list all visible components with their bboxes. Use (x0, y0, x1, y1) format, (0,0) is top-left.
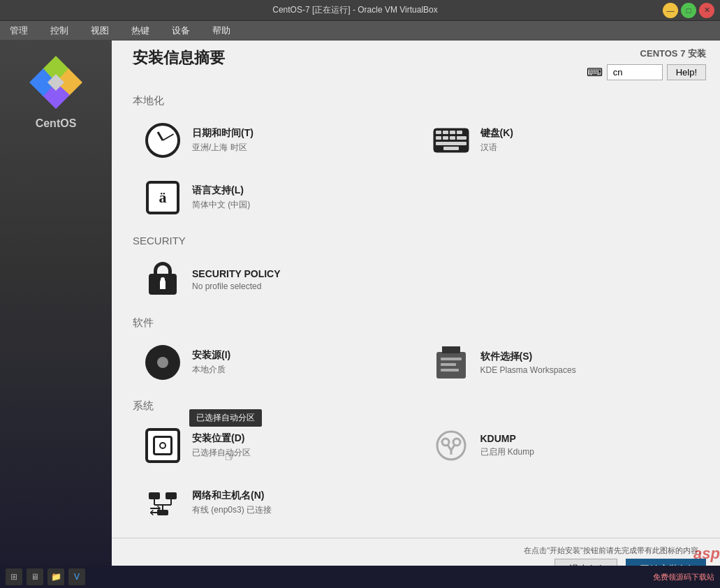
keyboard-item[interactable]: 键盘(K) 汉语 (421, 113, 707, 168)
software-select-title: 软件选择(S) (480, 351, 576, 363)
language-subtitle: 简体中文 (中国) (192, 199, 250, 211)
network-item[interactable]: ⇄ 网络和主机名(N) 有线 (enp0s3) 已连接 (133, 476, 418, 530)
menu-item-device[interactable]: 设备 (168, 23, 194, 38)
title-bar-text: CentOS-7 [正在运行] - Oracle VM VirtualBox (47, 4, 663, 16)
keyboard-icon (432, 121, 471, 160)
lock-icon (143, 260, 182, 299)
network-title: 网络和主机名(N) (192, 490, 272, 502)
security-policy-item[interactable]: SECURITY POLICY No profile selected (133, 252, 706, 307)
close-button[interactable]: ✕ (699, 3, 714, 18)
install-location-title: 安装位置(D) (192, 432, 251, 445)
minimize-button[interactable]: — (663, 3, 678, 18)
section-security: SECURITY (133, 235, 706, 247)
section-software: 软件 (133, 316, 706, 330)
svg-rect-9 (457, 131, 462, 134)
tooltip-popup: 已选择自动分区 (189, 409, 262, 427)
svg-text:⇄: ⇄ (149, 502, 161, 517)
system-grid: 已选择自动分区 安装位置(D) 已选择自动分区 ☞ (133, 418, 706, 530)
svg-rect-27 (149, 492, 160, 499)
svg-rect-12 (450, 136, 455, 140)
svg-rect-11 (443, 136, 448, 140)
svg-rect-8 (450, 131, 455, 134)
svg-rect-13 (457, 136, 466, 140)
svg-point-24 (453, 439, 460, 446)
svg-rect-7 (443, 131, 448, 134)
svg-rect-6 (436, 131, 441, 134)
keyboard-subtitle: 汉语 (480, 142, 513, 154)
install-source-title: 安装源(I) (192, 349, 230, 362)
help-button[interactable]: Help! (667, 64, 706, 80)
svg-rect-15 (443, 147, 459, 150)
install-location-item[interactable]: 已选择自动分区 安装位置(D) 已选择自动分区 ☞ (133, 418, 418, 473)
svg-rect-20 (441, 369, 459, 372)
software-grid: 安装源(I) 本地介质 (133, 335, 706, 390)
content-scroll[interactable]: 本地化 日期和时间(T) 亚洲/上海 时区 (112, 84, 720, 538)
kdump-title: KDUMP (480, 433, 534, 444)
install-label: CENTOS 7 安装 (640, 47, 706, 60)
svg-marker-17 (442, 346, 460, 353)
install-source-item[interactable]: 安装源(I) 本地介质 (133, 335, 418, 390)
svg-rect-10 (436, 136, 441, 140)
network-icon: ⇄ (143, 483, 182, 522)
svg-rect-14 (436, 142, 466, 145)
taskbar-app-3[interactable]: 📁 (47, 568, 64, 585)
menu-item-help[interactable]: 帮助 (208, 23, 235, 38)
lang-row: ⌨ Help! (587, 64, 706, 80)
datetime-item[interactable]: 日期和时间(T) 亚洲/上海 时区 (133, 113, 418, 168)
security-grid: SECURITY POLICY No profile selected (133, 252, 706, 307)
menu-item-control[interactable]: 控制 (46, 23, 73, 38)
sidebar: CentOS (0, 41, 112, 588)
menu-bar: 管理 控制 视图 热键 设备 帮助 (0, 21, 720, 41)
svg-rect-28 (166, 492, 177, 499)
maximize-button[interactable]: □ (681, 3, 696, 18)
language-title: 语言支持(L) (192, 184, 250, 197)
taskbar-app-4[interactable]: V (68, 568, 85, 585)
svg-point-21 (437, 432, 465, 460)
taskbar: ⊞ 🖥 📁 V 免费领源码下载站 (0, 566, 720, 588)
taskbar-app-2[interactable]: 🖥 (27, 568, 43, 585)
kdump-subtitle: 已启用 Kdump (480, 446, 534, 458)
page-title: 安装信息摘要 (133, 47, 225, 68)
section-localization: 本地化 (133, 94, 706, 108)
menu-item-manage[interactable]: 管理 (6, 23, 32, 38)
bottom-hint: 在点击"开始安装"按钮前请先完成带有此图标的内容。 (524, 545, 706, 556)
datetime-subtitle: 亚洲/上海 时区 (192, 142, 254, 154)
centos-sidebar-label: CentOS (36, 117, 77, 130)
software-select-subtitle: KDE Plasma Workspaces (480, 365, 576, 375)
security-subtitle: No profile selected (192, 281, 281, 291)
svg-rect-19 (441, 363, 456, 366)
software-icon (432, 343, 471, 382)
menu-item-view[interactable]: 视图 (87, 23, 113, 38)
main-layout: CentOS 安装信息摘要 CENTOS 7 安装 ⌨ Help! 本地化 (0, 41, 720, 588)
kdump-icon (432, 426, 471, 465)
kdump-item[interactable]: KDUMP 已启用 Kdump (421, 418, 707, 473)
security-title: SECURITY POLICY (192, 268, 281, 279)
svg-line-25 (451, 445, 455, 450)
language-input[interactable] (607, 64, 663, 80)
centos-logo-icon (28, 54, 84, 110)
content-header: 安装信息摘要 CENTOS 7 安装 ⌨ Help! (112, 41, 720, 84)
keyboard-icon-small: ⌨ (587, 66, 603, 79)
install-source-subtitle: 本地介质 (192, 364, 230, 376)
localization-grid: 日期和时间(T) 亚洲/上海 时区 (133, 113, 706, 225)
keyboard-title: 键盘(K) (480, 127, 513, 140)
dvd-icon (143, 343, 182, 382)
content-area: 安装信息摘要 CENTOS 7 安装 ⌨ Help! 本地化 (112, 41, 720, 588)
clock-icon (143, 121, 182, 160)
software-select-item[interactable]: 软件选择(S) KDE Plasma Workspaces (421, 335, 707, 390)
menu-item-hotkey[interactable]: 热键 (127, 23, 154, 38)
svg-point-22 (442, 439, 449, 446)
svg-rect-18 (441, 358, 462, 360)
hdd-icon (143, 426, 182, 465)
window-controls: — □ ✕ (663, 3, 714, 18)
install-location-subtitle: 已选择自动分区 (192, 447, 251, 459)
taskbar-app-1[interactable]: ⊞ (6, 568, 22, 585)
top-right: CENTOS 7 安装 ⌨ Help! (587, 47, 706, 80)
taskbar-ad-text: 免费领源码下载站 (653, 572, 714, 582)
datetime-title: 日期和时间(T) (192, 127, 254, 140)
language-icon: ä (143, 178, 182, 217)
title-bar: CentOS-7 [正在运行] - Oracle VM VirtualBox —… (0, 0, 720, 21)
language-item[interactable]: ä 语言支持(L) 简体中文 (中国) (133, 170, 418, 225)
network-subtitle: 有线 (enp0s3) 已连接 (192, 504, 272, 516)
